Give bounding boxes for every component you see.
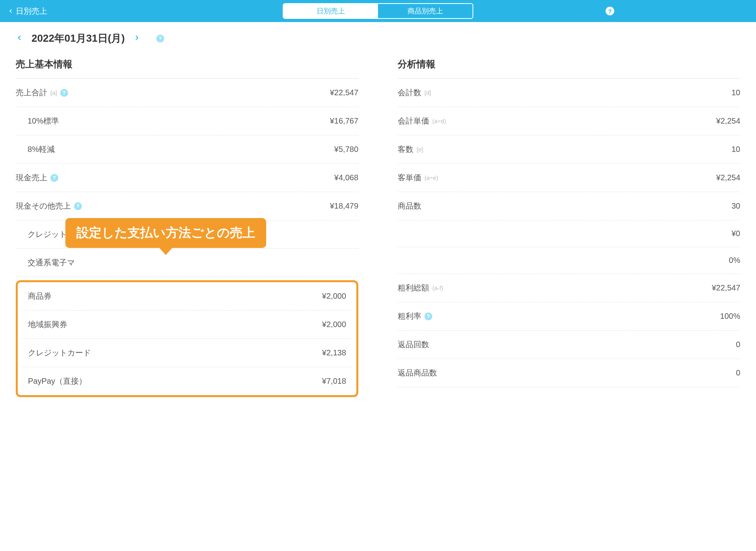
analysis-row: 粗利総額(a-f)¥22,547 [398, 274, 740, 302]
sales-row-value: ¥16,767 [330, 116, 358, 126]
sales-basic-title: 売上基本情報 [16, 52, 358, 79]
date-navigator: 2022年01月31日(月) ? [0, 22, 756, 52]
sales-row-label: 交通系電子マ [28, 257, 75, 268]
analysis-row-label: 客数 [398, 144, 413, 155]
payment-method-value: ¥2,138 [322, 348, 346, 357]
sales-row: 現金売上?¥4,068 [16, 164, 358, 192]
payment-method-label: 地域振興券 [28, 319, 67, 330]
analysis-row-value: ¥22,547 [712, 283, 740, 292]
header: 日別売上 日別売上 商品別売上 ? [0, 0, 756, 22]
payment-method-label: 商品券 [28, 291, 52, 301]
help-icon[interactable]: ? [74, 202, 82, 210]
analysis-row: 返品回数0 [398, 331, 740, 359]
analysis-row: 返品商品数0 [398, 359, 740, 387]
analysis-row-value: ¥2,254 [716, 116, 740, 126]
help-icon[interactable]: ? [60, 89, 68, 97]
sales-row-sub: [a] [50, 89, 57, 96]
payment-method-value: ¥2,000 [322, 292, 346, 301]
payment-methods-highlight: 商品券¥2,000地域振興券¥2,000クレジットカード¥2,138PayPay… [16, 280, 358, 397]
analysis-row-label: 返品回数 [398, 339, 429, 350]
payment-method-row: 商品券¥2,000 [22, 282, 352, 311]
sales-row-value: ¥22,547 [330, 88, 358, 97]
analysis-row-value: 100% [720, 312, 740, 321]
analysis-row-label: 会計数 [398, 87, 421, 98]
analysis-row-value: 30 [732, 202, 740, 211]
sales-row: 交通系電子マ [16, 249, 358, 277]
sales-row-label: 8%軽減 [28, 144, 55, 155]
analysis-row: ¥0 [398, 220, 740, 247]
tab-product-sales[interactable]: 商品別売上 [378, 4, 472, 18]
analysis-row-sub: (a÷d) [432, 118, 446, 124]
sales-row-value: ¥5,780 [334, 145, 358, 154]
analysis-row-label: 会計単価 [398, 116, 429, 126]
payment-method-row: 地域振興券¥2,000 [22, 311, 352, 339]
analysis-row-value: 0 [736, 368, 740, 377]
analysis-row-value: ¥0 [732, 229, 740, 238]
analysis-row: 会計数[d]10 [398, 79, 740, 107]
sales-row: 現金その他売上?¥18,479 [16, 192, 358, 220]
header-help-icon[interactable]: ? [606, 7, 614, 15]
analysis-row-sub: [e] [417, 146, 423, 153]
analysis-row-value: 0 [736, 340, 740, 349]
analysis-row-label: 返品商品数 [398, 368, 437, 378]
analysis-row: 客数[e]10 [398, 135, 740, 164]
next-day-button[interactable] [133, 32, 141, 45]
analysis-row: 粗利率?100% [398, 302, 740, 331]
sales-row: 8%軽減¥5,780 [16, 135, 358, 164]
analysis-row: 0% [398, 247, 740, 274]
analysis-row-value: 10 [732, 88, 740, 97]
analysis-row-sub: (a-f) [432, 285, 443, 291]
sales-row-value: ¥4,068 [334, 173, 358, 182]
current-date: 2022年01月31日(月) [32, 31, 125, 45]
date-help-icon[interactable]: ? [156, 35, 164, 43]
analysis-row-sub: (a÷e) [424, 174, 438, 181]
sales-row-label: 10%標準 [28, 116, 59, 126]
sales-row: 10%標準¥16,767 [16, 107, 358, 135]
sales-row-label: 現金売上 [16, 172, 47, 183]
analysis-column: 分析情報 会計数[d]10会計単価(a÷d)¥2,254客数[e]10客単価(a… [390, 52, 748, 397]
analysis-row: 客単価(a÷e)¥2,254 [398, 164, 740, 192]
analysis-row-sub: [d] [424, 89, 431, 96]
help-icon[interactable]: ? [50, 174, 58, 182]
analysis-row-value: ¥2,254 [716, 173, 740, 182]
payment-method-value: ¥7,018 [322, 377, 346, 386]
back-label: 日別売上 [16, 6, 47, 17]
sales-row: 売上合計[a]?¥22,547 [16, 79, 358, 107]
help-icon[interactable]: ? [424, 312, 432, 320]
analysis-row-value: 10 [732, 145, 740, 154]
analysis-row-value: 0% [729, 256, 740, 265]
analysis-title: 分析情報 [398, 52, 740, 79]
analysis-row-label: 客単価 [398, 172, 421, 183]
back-button[interactable]: 日別売上 [8, 6, 47, 17]
payment-method-row: PayPay（直接）¥7,018 [22, 367, 352, 395]
analysis-row: 会計単価(a÷d)¥2,254 [398, 107, 740, 135]
analysis-row-label: 商品数 [398, 201, 421, 211]
analysis-row: 商品数30 [398, 192, 740, 220]
sales-row-label: 現金その他売上 [16, 201, 71, 211]
sales-row-value: ¥18,479 [330, 202, 358, 211]
tab-daily-sales[interactable]: 日別売上 [284, 4, 378, 18]
sales-row-label: 売上合計 [16, 87, 47, 98]
annotation-callout: 設定した支払い方法ごとの売上 [65, 218, 266, 248]
analysis-row-label: 粗利総額 [398, 283, 429, 293]
chevron-left-icon [8, 7, 13, 15]
view-tabs: 日別売上 商品別売上 [283, 3, 473, 19]
analysis-row-label: 粗利率 [398, 311, 421, 322]
prev-day-button[interactable] [16, 32, 23, 45]
payment-method-label: PayPay（直接） [28, 376, 87, 386]
payment-method-label: クレジットカード [28, 348, 91, 358]
payment-method-row: クレジットカード¥2,138 [22, 339, 352, 367]
payment-method-value: ¥2,000 [322, 320, 346, 329]
